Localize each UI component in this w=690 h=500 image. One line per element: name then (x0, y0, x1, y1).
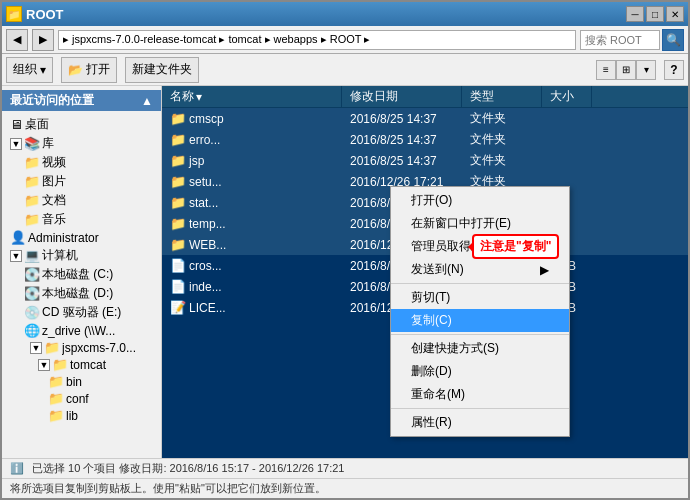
col-header-type[interactable]: 类型 (462, 86, 542, 107)
table-row[interactable]: 📁 erro... 2016/8/25 14:37 文件夹 (162, 129, 688, 150)
menu-send-to[interactable]: 发送到(N) ▶ (391, 258, 569, 281)
address-bar: ◀ ▶ ▸ jspxcms-7.0.0-release-tomcat ▸ tom… (2, 26, 688, 54)
tree-item-drive-c[interactable]: 💽 本地磁盘 (C:) (2, 265, 161, 284)
toolbar: 组织 ▾ 📂 打开 新建文件夹 ≡ ⊞ ▾ ? (2, 54, 688, 86)
address-input[interactable]: ▸ jspxcms-7.0.0-release-tomcat ▸ tomcat … (58, 30, 576, 50)
table-row[interactable]: 📁 cmscp 2016/8/25 14:37 文件夹 (162, 108, 688, 129)
tree-item-video[interactable]: 📁 视频 (2, 153, 161, 172)
tree-item-drive-d[interactable]: 💽 本地磁盘 (D:) (2, 284, 161, 303)
drive-c-icon: 💽 (24, 267, 40, 282)
tree-item-bin[interactable]: 📁 bin (2, 373, 161, 390)
bin-icon: 📁 (48, 374, 64, 389)
menu-cut[interactable]: 剪切(T) (391, 286, 569, 309)
file-type: 文件夹 (462, 109, 542, 128)
search-box: 🔍 (580, 29, 684, 51)
file-date: 2016/8/25 14:37 (342, 132, 462, 148)
title-bar: 📁 ROOT ─ □ ✕ (2, 2, 688, 26)
table-row[interactable]: 📁 jsp 2016/8/25 14:37 文件夹 (162, 150, 688, 171)
menu-create-shortcut[interactable]: 创建快捷方式(S) (391, 337, 569, 360)
left-panel-header: 最近访问的位置 ▲ (2, 90, 161, 111)
sort-arrow: ▾ (196, 90, 202, 104)
file-icon: 📁 (170, 195, 186, 210)
file-icon: 📁 (170, 153, 186, 168)
menu-copy[interactable]: 复制(C) (391, 309, 569, 332)
col-header-name[interactable]: 名称 ▾ (162, 86, 342, 107)
menu-separator-1 (391, 283, 569, 284)
minimize-button[interactable]: ─ (626, 6, 644, 22)
file-name-cell: 📁 cmscp (162, 110, 342, 127)
drive-d-icon: 💽 (24, 286, 40, 301)
file-icon: 📁 (170, 132, 186, 147)
new-folder-button[interactable]: 新建文件夹 (125, 57, 199, 83)
tree-item-library[interactable]: ▼ 📚 库 (2, 134, 161, 153)
menu-properties[interactable]: 属性(R) (391, 411, 569, 434)
library-icon: 📚 (24, 136, 40, 151)
window: 📁 ROOT ─ □ ✕ ◀ ▶ ▸ jspxcms-7.0.0-release… (0, 0, 690, 500)
file-list-header: 名称 ▾ 修改日期 类型 大小 (162, 86, 688, 108)
library-toggle[interactable]: ▼ (10, 138, 22, 150)
file-date: 2016/8/25 14:37 (342, 111, 462, 127)
organize-button[interactable]: 组织 ▾ (6, 57, 53, 83)
hint-bar: 将所选项目复制到剪贴板上。使用"粘贴"可以把它们放到新位置。 (2, 478, 688, 498)
open-label: 打开 (86, 61, 110, 78)
title-buttons: ─ □ ✕ (626, 6, 684, 22)
col-header-date[interactable]: 修改日期 (342, 86, 462, 107)
menu-delete[interactable]: 删除(D) (391, 360, 569, 383)
tree-item-administrator[interactable]: 👤 Administrator (2, 229, 161, 246)
file-name: cros... (189, 259, 222, 273)
jspxcms-toggle[interactable]: ▼ (30, 342, 42, 354)
forward-button[interactable]: ▶ (32, 29, 54, 51)
tomcat-toggle[interactable]: ▼ (38, 359, 50, 371)
computer-toggle[interactable]: ▼ (10, 250, 22, 262)
file-icon: 📄 (170, 258, 186, 273)
menu-rename[interactable]: 重命名(M) (391, 383, 569, 406)
view-list-button[interactable]: ≡ (596, 60, 616, 80)
documents-icon: 📁 (24, 193, 40, 208)
help-button[interactable]: ? (664, 60, 684, 80)
menu-separator-2 (391, 334, 569, 335)
annotation-bubble: 注意是"复制" (472, 234, 559, 259)
tree-item-computer[interactable]: ▼ 💻 计算机 (2, 246, 161, 265)
organize-chevron: ▾ (40, 63, 46, 77)
file-name: temp... (189, 217, 226, 231)
window-title: ROOT (26, 7, 626, 22)
status-bar: ℹ️ 已选择 10 个项目 修改日期: 2016/8/16 15:17 - 20… (2, 458, 688, 478)
file-name-cell: 📄 cros... (162, 257, 342, 274)
user-icon: 👤 (10, 230, 26, 245)
file-icon: 📁 (170, 174, 186, 189)
file-icon: 📁 (170, 216, 186, 231)
col-header-size[interactable]: 大小 (542, 86, 592, 107)
cd-icon: 💿 (24, 305, 40, 320)
file-name: erro... (189, 133, 220, 147)
open-button[interactable]: 📂 打开 (61, 57, 117, 83)
tree-item-documents[interactable]: 📁 文档 (2, 191, 161, 210)
tree-item-conf[interactable]: 📁 conf (2, 390, 161, 407)
tree-item-music[interactable]: 📁 音乐 (2, 210, 161, 229)
file-name-cell: 📁 jsp (162, 152, 342, 169)
tree-item-lib[interactable]: 📁 lib (2, 407, 161, 424)
jspxcms-icon: 📁 (44, 340, 60, 355)
tree-item-desktop[interactable]: 🖥 桌面 (2, 115, 161, 134)
close-button[interactable]: ✕ (666, 6, 684, 22)
menu-open-new-window[interactable]: 在新窗口中打开(E) (391, 212, 569, 235)
view-grid-button[interactable]: ⊞ (616, 60, 636, 80)
tree-item-zdrive[interactable]: 🌐 z_drive (\\W... (2, 322, 161, 339)
left-panel: 最近访问的位置 ▲ 🖥 桌面 ▼ 📚 库 📁 视频 📁 图片 (2, 86, 162, 458)
tree-item-cd[interactable]: 💿 CD 驱动器 (E:) (2, 303, 161, 322)
menu-open[interactable]: 打开(O) (391, 189, 569, 212)
search-button[interactable]: 🔍 (662, 29, 684, 51)
back-button[interactable]: ◀ (6, 29, 28, 51)
music-icon: 📁 (24, 212, 40, 227)
search-input[interactable] (580, 30, 660, 50)
right-panel: 名称 ▾ 修改日期 类型 大小 📁 cmscp 2016/8/25 14:37 … (162, 86, 688, 458)
view-chevron-button[interactable]: ▾ (636, 60, 656, 80)
file-type: 文件夹 (462, 130, 542, 149)
lib-icon: 📁 (48, 408, 64, 423)
tree-item-pictures[interactable]: 📁 图片 (2, 172, 161, 191)
tree-item-jspxcms[interactable]: ▼ 📁 jspxcms-7.0... (2, 339, 161, 356)
file-name-cell: 📁 erro... (162, 131, 342, 148)
maximize-button[interactable]: □ (646, 6, 664, 22)
collapse-icon[interactable]: ▲ (141, 94, 153, 108)
desktop-icon: 🖥 (10, 117, 23, 132)
tree-item-tomcat[interactable]: ▼ 📁 tomcat (2, 356, 161, 373)
